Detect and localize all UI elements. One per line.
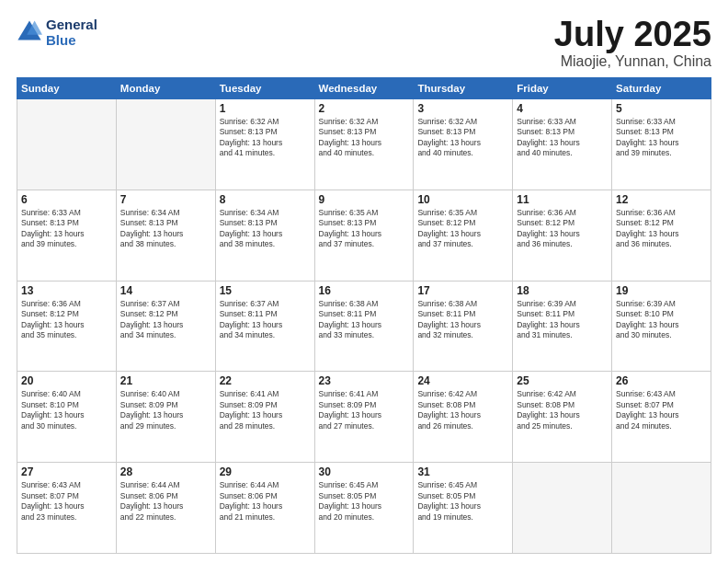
day-number: 8 <box>220 193 311 206</box>
cell-text: Sunrise: 6:36 AM Sunset: 8:12 PM Dayligh… <box>616 208 707 250</box>
calendar-cell: 11Sunrise: 6:36 AM Sunset: 8:12 PM Dayli… <box>513 190 612 281</box>
cell-text: Sunrise: 6:33 AM Sunset: 8:13 PM Dayligh… <box>517 117 608 159</box>
calendar-cell: 12Sunrise: 6:36 AM Sunset: 8:12 PM Dayli… <box>612 190 711 281</box>
calendar-table: SundayMondayTuesdayWednesdayThursdayFrid… <box>17 77 711 554</box>
cell-text: Sunrise: 6:40 AM Sunset: 8:10 PM Dayligh… <box>21 389 112 431</box>
calendar-cell: 2Sunrise: 6:32 AM Sunset: 8:13 PM Daylig… <box>314 99 414 190</box>
calendar-cell: 16Sunrise: 6:38 AM Sunset: 8:11 PM Dayli… <box>314 281 414 372</box>
cell-text: Sunrise: 6:35 AM Sunset: 8:12 PM Dayligh… <box>417 208 508 250</box>
day-number: 19 <box>616 284 707 297</box>
week-row-1: 1Sunrise: 6:32 AM Sunset: 8:13 PM Daylig… <box>17 99 711 190</box>
header: General Blue July 2025 Miaojie, Yunnan, … <box>17 17 711 70</box>
day-number: 16 <box>319 284 410 297</box>
calendar-cell <box>513 463 612 554</box>
calendar-cell: 26Sunrise: 6:43 AM Sunset: 8:07 PM Dayli… <box>612 372 711 463</box>
calendar-cell: 24Sunrise: 6:42 AM Sunset: 8:08 PM Dayli… <box>414 372 513 463</box>
calendar-cell: 28Sunrise: 6:44 AM Sunset: 8:06 PM Dayli… <box>116 463 215 554</box>
calendar-cell: 3Sunrise: 6:32 AM Sunset: 8:13 PM Daylig… <box>414 99 513 190</box>
calendar-cell: 18Sunrise: 6:39 AM Sunset: 8:11 PM Dayli… <box>513 281 612 372</box>
title-area: July 2025 Miaojie, Yunnan, China <box>554 17 711 70</box>
cell-text: Sunrise: 6:43 AM Sunset: 8:07 PM Dayligh… <box>21 480 112 523</box>
calendar-cell: 8Sunrise: 6:34 AM Sunset: 8:13 PM Daylig… <box>215 190 314 281</box>
cell-text: Sunrise: 6:44 AM Sunset: 8:06 PM Dayligh… <box>220 480 311 523</box>
day-number: 6 <box>21 193 112 206</box>
day-number: 7 <box>120 193 211 206</box>
day-number: 22 <box>220 374 311 387</box>
day-number: 30 <box>319 465 410 478</box>
calendar-cell: 31Sunrise: 6:45 AM Sunset: 8:05 PM Dayli… <box>414 463 513 554</box>
cell-text: Sunrise: 6:40 AM Sunset: 8:09 PM Dayligh… <box>120 389 211 431</box>
day-number: 12 <box>616 193 707 206</box>
day-number: 23 <box>319 374 410 387</box>
calendar-cell: 25Sunrise: 6:42 AM Sunset: 8:08 PM Dayli… <box>513 372 612 463</box>
cell-text: Sunrise: 6:33 AM Sunset: 8:13 PM Dayligh… <box>616 117 707 159</box>
cell-text: Sunrise: 6:34 AM Sunset: 8:13 PM Dayligh… <box>120 208 211 250</box>
calendar-cell: 27Sunrise: 6:43 AM Sunset: 8:07 PM Dayli… <box>17 463 117 554</box>
cell-text: Sunrise: 6:34 AM Sunset: 8:13 PM Dayligh… <box>220 208 311 250</box>
cell-text: Sunrise: 6:33 AM Sunset: 8:13 PM Dayligh… <box>21 208 112 250</box>
cell-text: Sunrise: 6:38 AM Sunset: 8:11 PM Dayligh… <box>319 299 410 341</box>
cell-text: Sunrise: 6:36 AM Sunset: 8:12 PM Dayligh… <box>21 299 112 341</box>
cell-text: Sunrise: 6:39 AM Sunset: 8:11 PM Dayligh… <box>517 299 608 341</box>
calendar-cell: 5Sunrise: 6:33 AM Sunset: 8:13 PM Daylig… <box>612 99 711 190</box>
day-number: 21 <box>120 374 211 387</box>
calendar-cell: 19Sunrise: 6:39 AM Sunset: 8:10 PM Dayli… <box>612 281 711 372</box>
cell-text: Sunrise: 6:38 AM Sunset: 8:11 PM Dayligh… <box>417 299 508 341</box>
day-number: 28 <box>120 465 211 478</box>
calendar-cell: 20Sunrise: 6:40 AM Sunset: 8:10 PM Dayli… <box>17 372 117 463</box>
day-number: 25 <box>517 374 608 387</box>
day-number: 15 <box>220 284 311 297</box>
day-number: 10 <box>417 193 508 206</box>
cell-text: Sunrise: 6:41 AM Sunset: 8:09 PM Dayligh… <box>220 389 311 431</box>
logo: General Blue <box>17 17 97 48</box>
calendar-cell: 10Sunrise: 6:35 AM Sunset: 8:12 PM Dayli… <box>414 190 513 281</box>
calendar-cell <box>17 99 117 190</box>
calendar-cell: 23Sunrise: 6:41 AM Sunset: 8:09 PM Dayli… <box>314 372 414 463</box>
location-title: Miaojie, Yunnan, China <box>554 53 711 70</box>
day-number: 4 <box>517 102 608 115</box>
cell-text: Sunrise: 6:42 AM Sunset: 8:08 PM Dayligh… <box>517 389 608 431</box>
day-number: 20 <box>21 374 112 387</box>
month-title: July 2025 <box>554 17 711 52</box>
day-number: 26 <box>616 374 707 387</box>
cell-text: Sunrise: 6:45 AM Sunset: 8:05 PM Dayligh… <box>319 480 410 523</box>
day-number: 24 <box>417 374 508 387</box>
weekday-header-sunday: Sunday <box>17 78 117 99</box>
cell-text: Sunrise: 6:41 AM Sunset: 8:09 PM Dayligh… <box>319 389 410 431</box>
weekday-header-saturday: Saturday <box>612 78 711 99</box>
calendar-cell: 30Sunrise: 6:45 AM Sunset: 8:05 PM Dayli… <box>314 463 414 554</box>
weekday-header-friday: Friday <box>513 78 612 99</box>
weekday-header-wednesday: Wednesday <box>314 78 414 99</box>
cell-text: Sunrise: 6:42 AM Sunset: 8:08 PM Dayligh… <box>417 389 508 431</box>
day-number: 9 <box>319 193 410 206</box>
weekday-header-row: SundayMondayTuesdayWednesdayThursdayFrid… <box>17 78 711 99</box>
week-row-2: 6Sunrise: 6:33 AM Sunset: 8:13 PM Daylig… <box>17 190 711 281</box>
weekday-header-tuesday: Tuesday <box>215 78 314 99</box>
day-number: 2 <box>319 102 410 115</box>
day-number: 1 <box>220 102 311 115</box>
day-number: 5 <box>616 102 707 115</box>
calendar-cell <box>116 99 215 190</box>
cell-text: Sunrise: 6:37 AM Sunset: 8:11 PM Dayligh… <box>220 299 311 341</box>
cell-text: Sunrise: 6:36 AM Sunset: 8:12 PM Dayligh… <box>517 208 608 250</box>
calendar-cell <box>612 463 711 554</box>
calendar-cell: 6Sunrise: 6:33 AM Sunset: 8:13 PM Daylig… <box>17 190 117 281</box>
calendar-cell: 14Sunrise: 6:37 AM Sunset: 8:12 PM Dayli… <box>116 281 215 372</box>
day-number: 14 <box>120 284 211 297</box>
logo-icon <box>17 19 42 45</box>
page: General Blue July 2025 Miaojie, Yunnan, … <box>0 0 728 563</box>
weekday-header-thursday: Thursday <box>414 78 513 99</box>
cell-text: Sunrise: 6:35 AM Sunset: 8:13 PM Dayligh… <box>319 208 410 250</box>
cell-text: Sunrise: 6:37 AM Sunset: 8:12 PM Dayligh… <box>120 299 211 341</box>
logo-text: General Blue <box>46 17 97 48</box>
cell-text: Sunrise: 6:32 AM Sunset: 8:13 PM Dayligh… <box>417 117 508 159</box>
day-number: 31 <box>417 465 508 478</box>
cell-text: Sunrise: 6:32 AM Sunset: 8:13 PM Dayligh… <box>220 117 311 159</box>
calendar-cell: 17Sunrise: 6:38 AM Sunset: 8:11 PM Dayli… <box>414 281 513 372</box>
calendar-cell: 7Sunrise: 6:34 AM Sunset: 8:13 PM Daylig… <box>116 190 215 281</box>
cell-text: Sunrise: 6:32 AM Sunset: 8:13 PM Dayligh… <box>319 117 410 159</box>
calendar-cell: 4Sunrise: 6:33 AM Sunset: 8:13 PM Daylig… <box>513 99 612 190</box>
cell-text: Sunrise: 6:45 AM Sunset: 8:05 PM Dayligh… <box>417 480 508 523</box>
day-number: 3 <box>417 102 508 115</box>
day-number: 17 <box>417 284 508 297</box>
